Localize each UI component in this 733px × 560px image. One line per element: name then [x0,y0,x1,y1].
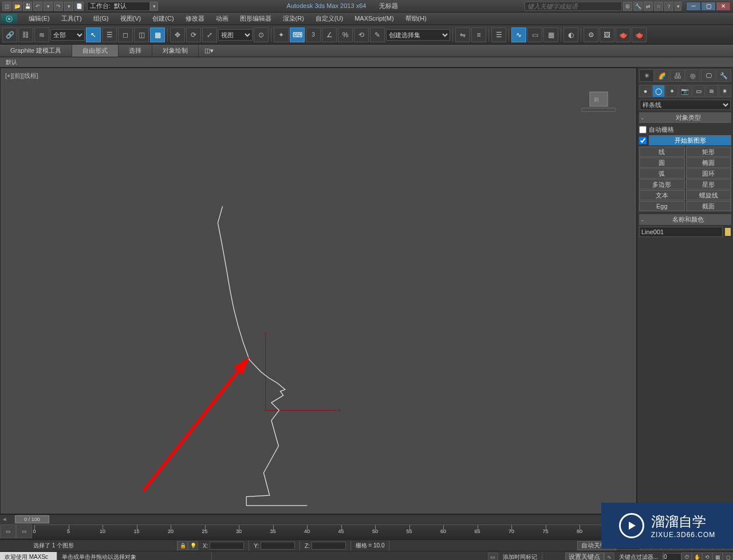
redo-icon[interactable]: ↷ [54,2,63,11]
material-editor-icon[interactable]: ◐ [563,27,578,42]
menu-创建(C)[interactable]: 创建(C) [147,14,179,23]
shape-btn-椭圆[interactable]: 椭圆 [686,157,732,168]
angle-snap-icon[interactable]: ∠ [322,27,337,42]
helpers-cat-icon[interactable]: ▭ [692,85,705,97]
spinner-snap-icon[interactable]: ⟲ [354,27,369,42]
new-icon[interactable]: ◫ [2,2,11,11]
frame-input[interactable] [663,553,681,561]
wrench-icon[interactable]: 🔧 [633,2,643,11]
ribbon-tab-2[interactable]: 选择 [119,45,152,57]
shape-btn-Egg[interactable]: Egg [639,201,685,211]
modify-tab-icon[interactable]: 🌈 [655,69,669,82]
viewport[interactable]: [+][前][线框] x y 前 [0,68,637,514]
workspace-input[interactable] [87,2,150,11]
rollout-object-type[interactable]: -对象类型 [639,112,732,124]
maximize-button[interactable]: ▢ [701,2,716,11]
percent-snap-icon[interactable]: % [338,27,353,42]
menu-视图(V)[interactable]: 视图(V) [115,14,147,23]
shape-btn-圆环[interactable]: 圆环 [686,168,732,179]
shape-btn-圆[interactable]: 圆 [639,157,685,168]
color-swatch[interactable] [724,227,731,236]
shapes-cat-icon[interactable]: ◯ [652,85,665,97]
lights-cat-icon[interactable]: ✦ [665,85,678,97]
z-input[interactable] [312,542,346,550]
help-dd-icon[interactable]: ▾ [675,2,681,11]
nav-max-icon[interactable]: ◻ [723,553,733,561]
ref-coord[interactable]: 视图 [218,29,253,41]
add-time-marker[interactable]: 添加时间标记 [498,552,542,561]
menu-图形编辑器[interactable]: 图形编辑器 [234,14,277,23]
shape-btn-截面[interactable]: 截面 [686,201,732,211]
shape-btn-螺旋线[interactable]: 螺旋线 [686,190,732,200]
x-input[interactable] [210,542,244,550]
menu-动画[interactable]: 动画 [210,14,234,23]
pivot-icon[interactable]: ⊙ [254,27,269,42]
shape-btn-多边形[interactable]: 多边形 [639,179,685,190]
star-icon[interactable]: ☆ [654,2,663,11]
geom-cat-icon[interactable]: ● [639,85,652,97]
shape-btn-文本[interactable]: 文本 [639,190,685,200]
undo-icon[interactable]: ↶ [33,2,42,11]
nav-pan-icon[interactable]: ✋ [692,553,702,561]
key-mode-icon[interactable]: ∿ [604,553,614,561]
hierarchy-tab-icon[interactable]: 品 [670,69,685,82]
rollout-name-color[interactable]: -名称和颜色 [639,214,732,226]
schematic-view-icon[interactable]: ▦ [543,27,558,42]
render-prod-icon[interactable]: 🫖 [616,27,630,42]
edit-named-sel-icon[interactable]: ✎ [370,27,385,42]
dope-sheet-icon[interactable]: ▭ [527,27,542,42]
app-menu-button[interactable] [1,14,17,24]
ribbon-tab-3[interactable]: 对象绘制 [152,45,199,57]
motion-tab-icon[interactable]: ◎ [685,69,700,82]
nav-orbit-icon[interactable]: ⟲ [702,553,712,561]
grid-icon[interactable]: ⊞ [623,2,632,11]
time-config-icon[interactable]: ⏱ [681,553,692,561]
start-new-shape-button[interactable]: 开始新图形 [649,135,731,145]
menu-MAXScript(M)[interactable]: MAXScript(M) [349,14,399,23]
y-input[interactable] [261,542,295,550]
keyboard-shortcut-icon[interactable]: ⌨ [290,27,305,42]
shape-btn-弧[interactable]: 弧 [639,168,685,179]
project-icon[interactable]: 📑 [74,2,84,11]
menu-编辑(E)[interactable]: 编辑(E) [23,14,56,23]
manipulate-icon[interactable]: ✦ [274,27,289,42]
isolate-icon[interactable]: 💡 [188,541,198,550]
time-prev-icon[interactable]: ◂ [0,515,9,523]
space-warps-cat-icon[interactable]: ≋ [706,85,718,97]
track-toggle2-icon[interactable]: ▭ [16,524,32,538]
open-icon[interactable]: 📂 [13,2,22,11]
display-tab-icon[interactable]: 🖵 [701,69,716,82]
utilities-tab-icon[interactable]: 🔧 [716,69,731,82]
window-crossing-icon[interactable]: ◫ [134,27,149,42]
menu-帮助(H)[interactable]: 帮助(H) [400,14,432,23]
undo-dd-icon[interactable]: ▾ [44,2,53,11]
menu-工具(T)[interactable]: 工具(T) [56,14,88,23]
object-name-input[interactable] [639,227,723,237]
move-icon[interactable]: ✥ [170,27,185,42]
set-key-button[interactable]: 设置关键点 [565,553,604,561]
snap-3-icon[interactable]: 3 [306,27,321,42]
curve-editor-icon[interactable]: ∿ [511,27,526,42]
nav-walk-icon[interactable]: ▦ [712,553,723,561]
viewcube-icon[interactable]: 前 [581,92,616,112]
minimize-button[interactable]: ─ [686,2,701,11]
save-icon[interactable]: 💾 [23,2,32,11]
unlink-icon[interactable]: ⛓ [18,27,33,42]
category-dropdown[interactable]: 样条线 [640,100,731,110]
listener-icon[interactable]: ▭ [488,553,498,561]
shape-btn-星形[interactable]: 星形 [686,179,732,190]
selection-filter[interactable]: 全部 [50,29,85,41]
ribbon-tab-1[interactable]: 自由形式 [72,45,119,57]
auto-grid-checkbox[interactable] [639,126,647,133]
render-frame-icon[interactable]: 🖼 [600,27,614,42]
link-icon[interactable]: 🔗 [2,27,17,42]
select-rect-icon[interactable]: ◻ [118,27,133,42]
workspace-dd-icon[interactable]: ▾ [150,2,158,11]
track-toggle-icon[interactable]: ▭ [0,524,16,538]
align-icon[interactable]: ≡ [471,27,486,42]
key-filter-button[interactable]: 关键点过滤器... [614,552,663,561]
render-setup-icon[interactable]: ⚙ [584,27,598,42]
layers-icon[interactable]: ☰ [491,27,506,42]
ribbon-tab-0[interactable]: Graphite 建模工具 [0,45,72,57]
lock-icon[interactable]: 🔒 [178,541,188,550]
